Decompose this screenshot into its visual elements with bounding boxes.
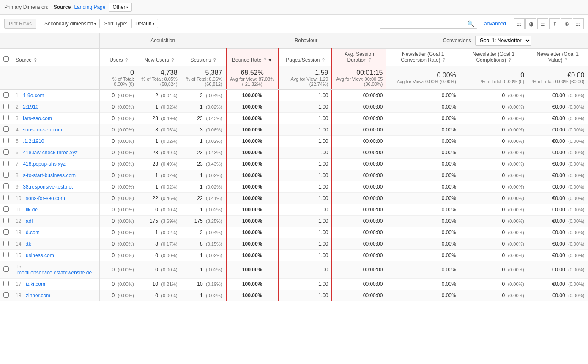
- row-checkbox[interactable]: [3, 281, 9, 286]
- question-icon[interactable]: ?: [213, 57, 216, 63]
- question-icon[interactable]: ?: [369, 57, 371, 63]
- pie-view-icon[interactable]: ◕: [525, 18, 536, 29]
- source-link[interactable]: sons-for-seo.com: [26, 195, 65, 201]
- row-checkbox-cell: [0, 193, 12, 204]
- row-checkbox[interactable]: [3, 149, 9, 155]
- source-link[interactable]: lars-seo.com: [23, 115, 52, 121]
- source-link[interactable]: adf: [26, 218, 33, 224]
- row-checkbox[interactable]: [3, 195, 9, 200]
- row-checkbox[interactable]: [3, 172, 9, 178]
- row-checkbox[interactable]: [3, 126, 9, 132]
- question-icon[interactable]: ?: [171, 57, 174, 63]
- question-icon[interactable]: ?: [322, 57, 325, 63]
- users-cell: 0 (0.00%): [100, 159, 137, 170]
- compare-view-icon[interactable]: ⇕: [549, 18, 560, 29]
- plot-rows-button[interactable]: Plot Rows: [4, 19, 36, 29]
- users-cell: 0 (0.00%): [100, 261, 137, 279]
- row-checkbox[interactable]: [3, 252, 9, 257]
- row-checkbox[interactable]: [3, 206, 9, 212]
- row-checkbox[interactable]: [3, 104, 9, 109]
- question-icon[interactable]: ?: [443, 57, 445, 63]
- newsletter-completions-col-header[interactable]: Newsletter (Goal 1 Completions) ?: [459, 49, 528, 66]
- source-link[interactable]: iik.de: [26, 207, 38, 213]
- source-link[interactable]: usiness.com: [26, 252, 54, 258]
- source-cell: 6. 418.law-check-three.xyz: [12, 147, 100, 159]
- question-icon[interactable]: ?: [508, 57, 511, 63]
- row-checkbox[interactable]: [3, 92, 9, 98]
- row-checkbox[interactable]: [3, 229, 9, 235]
- bounce-rate-cell: 100.00%: [226, 136, 279, 147]
- pages-session-col-header[interactable]: Pages/Session ?: [279, 49, 332, 66]
- users-cell: 0 (0.00%): [100, 279, 137, 290]
- bounce-rate-cell: 100.00%: [226, 124, 279, 136]
- row-checkbox[interactable]: [3, 266, 9, 272]
- table-row: 3. lars-seo.com 0 (0.00%) 23 (0.49%) 23 …: [0, 113, 588, 124]
- avg-session-duration-col-header[interactable]: Avg. Session Duration ?: [332, 49, 386, 66]
- source-link[interactable]: zinner.com: [26, 293, 50, 298]
- question-icon[interactable]: ?: [34, 57, 36, 63]
- question-icon[interactable]: ?: [264, 57, 266, 63]
- sessions-cell: 1 (0.02%): [181, 261, 226, 279]
- bounce-rate-cell: 100.00%: [226, 101, 279, 113]
- source-link[interactable]: :tk: [26, 241, 31, 247]
- table-row: 11. iik.de 0 (0.00%) 0 (0.00%) 1 (0.02%)…: [0, 204, 588, 216]
- source-link[interactable]: iziki.com: [26, 281, 45, 287]
- pages-session-cell: 1.00: [279, 279, 332, 290]
- sort-type-dropdown[interactable]: Default ▾: [131, 19, 158, 28]
- new-users-cell: 23 (0.49%): [137, 113, 181, 124]
- newsletter-conv-rate-col-header[interactable]: Newsletter (Goal 1 Conversion Rate) ?: [386, 49, 459, 66]
- source-link[interactable]: d.com: [26, 230, 40, 235]
- row-number: 18.: [16, 293, 23, 298]
- row-number: 6.: [16, 150, 20, 156]
- source-link[interactable]: s-to-start-business.com: [23, 172, 76, 178]
- group-header-row: Acquisition Behaviour Conversions Goal 1…: [0, 33, 588, 49]
- goal-select[interactable]: Goal 1: Newsletter: [475, 36, 531, 46]
- custom-view-icon[interactable]: ☷: [573, 18, 584, 29]
- search-input[interactable]: [383, 21, 467, 27]
- row-checkbox[interactable]: [3, 138, 9, 143]
- row-checkbox[interactable]: [3, 218, 9, 223]
- row-checkbox[interactable]: [3, 183, 9, 189]
- new-users-col-header[interactable]: New Users ?: [137, 49, 181, 66]
- users-cell: 0 (0.00%): [100, 170, 137, 181]
- dim-landing-page-link[interactable]: Landing Page: [74, 4, 105, 10]
- row-checkbox[interactable]: [3, 292, 9, 298]
- dim-source-link[interactable]: Source: [54, 4, 71, 10]
- source-link[interactable]: mobilienservice.estatewebsite.de: [17, 270, 92, 276]
- source-link[interactable]: 418.law-check-three.xyz: [23, 150, 77, 156]
- value-cell: €0.00 (0.00%): [528, 170, 588, 181]
- question-icon[interactable]: ?: [565, 57, 567, 63]
- users-cell: 0 (0.00%): [100, 147, 137, 159]
- source-link[interactable]: 2:1910: [23, 104, 38, 110]
- row-checkbox[interactable]: [3, 115, 9, 120]
- secondary-dimension-dropdown[interactable]: Secondary dimension ▾: [41, 19, 100, 28]
- row-checkbox[interactable]: [3, 241, 9, 246]
- pivot-view-icon[interactable]: ⊕: [561, 18, 572, 29]
- pages-session-cell: 1.00: [279, 216, 332, 227]
- source-link[interactable]: .1.2:1910: [23, 138, 44, 144]
- avg-session-cell: 00:00:00: [332, 238, 386, 250]
- users-cell: 0 (0.00%): [100, 101, 137, 113]
- source-link[interactable]: 38.responsive-test.net: [23, 184, 73, 190]
- source-link[interactable]: 1-9o.com: [23, 93, 44, 99]
- search-icon[interactable]: 🔍: [467, 20, 474, 27]
- source-cell: 7. 418.popup-shs.xyz: [12, 159, 100, 170]
- advanced-link[interactable]: advanced: [484, 21, 506, 27]
- select-all-checkbox[interactable]: [3, 56, 9, 62]
- dim-other-dropdown[interactable]: Other ▾: [109, 3, 132, 12]
- row-checkbox[interactable]: [3, 161, 9, 166]
- users-col-header[interactable]: Users ?: [100, 49, 137, 66]
- bounce-rate-col-header[interactable]: Bounce Rate ? ▼: [226, 49, 279, 66]
- source-link[interactable]: 418.popup-shs.xyz: [23, 161, 66, 167]
- source-col-header[interactable]: Source ?: [12, 49, 100, 66]
- sessions-cell: 1 (0.02%): [181, 290, 226, 301]
- bar-view-icon[interactable]: ☰: [537, 18, 548, 29]
- question-icon[interactable]: ?: [125, 57, 128, 63]
- value-cell: €0.00 (0.00%): [528, 290, 588, 301]
- source-link[interactable]: sons-for-seo.com: [23, 127, 62, 133]
- row-number: 13.: [16, 230, 23, 235]
- avg-session-cell: 00:00:00: [332, 124, 386, 136]
- grid-view-icon[interactable]: ☷: [514, 18, 525, 29]
- sessions-col-header[interactable]: Sessions ?: [181, 49, 226, 66]
- newsletter-value-col-header[interactable]: Newsletter (Goal 1 Value) ?: [528, 49, 588, 66]
